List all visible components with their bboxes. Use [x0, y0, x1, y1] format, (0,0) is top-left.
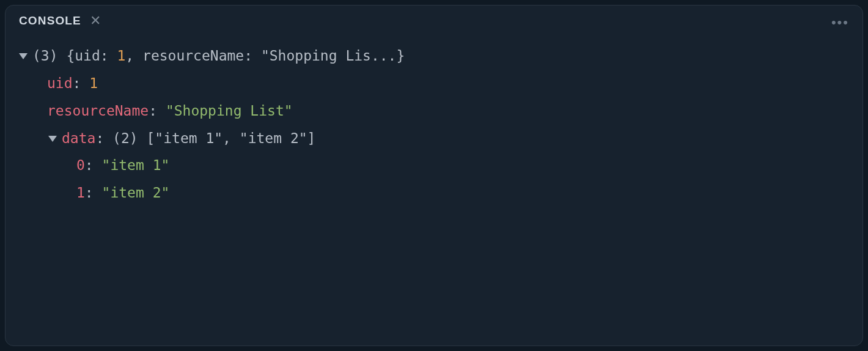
key-uid: uid: [47, 75, 73, 91]
caret-down-icon[interactable]: [19, 53, 28, 59]
data-item-0: 0: "item 1": [19, 152, 849, 179]
root-brace-open: {uid:: [58, 48, 117, 64]
data-item-1: 1: "item 2": [19, 179, 849, 207]
root-count: (3): [32, 48, 58, 64]
key-1: 1: [76, 185, 85, 201]
root-name-sum: "Shopping Lis...}: [261, 48, 405, 64]
entry-data[interactable]: data: (2) ["item 1", "item 2"]: [19, 125, 849, 152]
entry-uid: uid: 1: [19, 70, 849, 97]
data-count: (2): [112, 130, 138, 146]
val-0: "item 1": [102, 157, 170, 173]
caret-down-icon[interactable]: [48, 136, 57, 142]
close-icon[interactable]: ✕: [90, 14, 101, 28]
console-title: CONSOLE: [19, 14, 81, 28]
key-resource-name: resourceName: [47, 103, 149, 119]
log-root-summary[interactable]: (3) {uid: 1, resourceName: "Shopping Lis…: [19, 42, 849, 70]
console-header: CONSOLE ✕ •••: [6, 6, 862, 34]
root-uid-sum: 1: [117, 48, 125, 64]
root-mid: , resourceName:: [125, 48, 261, 64]
val-uid: 1: [89, 75, 98, 91]
console-output: (3) {uid: 1, resourceName: "Shopping Lis…: [6, 34, 862, 215]
key-data: data: [62, 130, 95, 146]
data-preview: ["item 1", "item 2"]: [147, 130, 316, 146]
key-0: 0: [76, 157, 85, 173]
console-panel: CONSOLE ✕ ••• (3) {uid: 1, resourceName:…: [5, 5, 863, 346]
val-resource-name: "Shopping List": [166, 103, 293, 119]
more-icon[interactable]: •••: [831, 19, 849, 26]
val-1: "item 2": [102, 185, 170, 201]
entry-resource-name: resourceName: "Shopping List": [19, 97, 849, 125]
